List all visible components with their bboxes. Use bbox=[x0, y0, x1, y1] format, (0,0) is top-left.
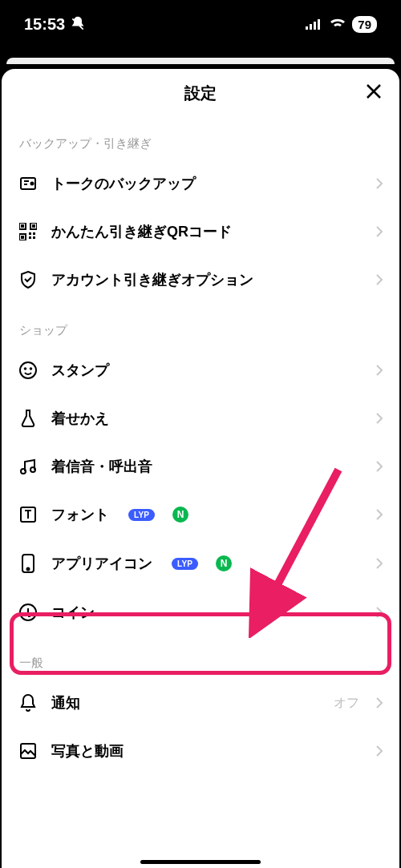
sheet-background bbox=[6, 58, 395, 64]
mute-icon bbox=[70, 16, 86, 32]
new-badge: N bbox=[216, 555, 232, 571]
phone-icon bbox=[18, 553, 38, 574]
svg-rect-3 bbox=[318, 19, 320, 30]
item-font[interactable]: フォント LYP N bbox=[2, 491, 399, 539]
chevron-right-icon bbox=[375, 606, 383, 619]
item-label: かんたん引き継ぎQRコード bbox=[51, 222, 232, 241]
status-bar: 15:53 79 bbox=[0, 0, 401, 48]
item-label: トークのバックアップ bbox=[51, 174, 196, 193]
chevron-right-icon bbox=[375, 177, 383, 190]
chevron-right-icon bbox=[375, 460, 383, 473]
status-left: 15:53 bbox=[24, 15, 86, 34]
item-label: アカウント引き継ぎオプション bbox=[51, 270, 253, 289]
svg-rect-2 bbox=[314, 22, 316, 30]
chevron-right-icon bbox=[375, 273, 383, 286]
svg-rect-12 bbox=[29, 232, 31, 235]
new-badge: N bbox=[172, 507, 188, 523]
item-label: 着信音・呼出音 bbox=[51, 457, 152, 476]
section-header-backup: バックアップ・引き継ぎ bbox=[2, 117, 399, 159]
item-label: 写真と動画 bbox=[51, 741, 124, 761]
item-coins[interactable]: コイン bbox=[2, 588, 399, 636]
item-label: フォント bbox=[51, 505, 109, 524]
shield-icon bbox=[18, 270, 38, 289]
svg-rect-0 bbox=[306, 26, 308, 30]
svg-rect-9 bbox=[21, 224, 24, 228]
chat-backup-icon bbox=[18, 174, 38, 193]
svg-point-19 bbox=[21, 469, 26, 474]
coin-icon bbox=[18, 603, 38, 622]
wifi-icon bbox=[330, 18, 346, 30]
chevron-right-icon bbox=[375, 364, 383, 377]
svg-rect-10 bbox=[32, 224, 35, 228]
svg-point-17 bbox=[25, 368, 26, 369]
item-photos[interactable]: 写真と動画 bbox=[2, 727, 399, 775]
chevron-right-icon bbox=[375, 412, 383, 425]
status-right: 79 bbox=[306, 16, 377, 33]
item-label: アプリアイコン bbox=[51, 554, 152, 573]
font-icon bbox=[18, 505, 38, 524]
item-qr-transfer[interactable]: かんたん引き継ぎQRコード bbox=[2, 208, 399, 256]
section-header-general: 一般 bbox=[2, 636, 399, 679]
battery-level: 79 bbox=[352, 16, 377, 33]
svg-point-5 bbox=[31, 183, 34, 185]
qr-icon bbox=[18, 223, 38, 240]
svg-rect-13 bbox=[33, 232, 35, 235]
status-time: 15:53 bbox=[24, 15, 65, 34]
settings-sheet: 設定 バックアップ・引き継ぎ トークのバックアップ かんたん引き継ぎQRコード … bbox=[2, 69, 399, 868]
notification-status: オフ bbox=[334, 695, 359, 712]
svg-rect-14 bbox=[29, 236, 31, 239]
item-stamps[interactable]: スタンプ bbox=[2, 346, 399, 394]
chevron-right-icon bbox=[375, 508, 383, 521]
svg-rect-15 bbox=[33, 236, 35, 239]
svg-point-23 bbox=[27, 568, 30, 571]
home-indicator[interactable] bbox=[140, 860, 261, 864]
item-ringtones[interactable]: 着信音・呼出音 bbox=[2, 442, 399, 491]
item-label: スタンプ bbox=[51, 361, 109, 380]
svg-rect-11 bbox=[21, 236, 24, 239]
section-header-shop: ショップ bbox=[2, 304, 399, 346]
music-icon bbox=[18, 457, 38, 476]
item-app-icon[interactable]: アプリアイコン LYP N bbox=[2, 539, 399, 588]
image-icon bbox=[18, 741, 38, 761]
sheet-header: 設定 bbox=[2, 69, 399, 117]
close-icon bbox=[364, 82, 383, 101]
flask-icon bbox=[18, 409, 38, 428]
lyp-badge: LYP bbox=[128, 509, 155, 521]
item-label: 通知 bbox=[51, 693, 80, 713]
item-talk-backup[interactable]: トークのバックアップ bbox=[2, 159, 399, 208]
svg-point-16 bbox=[20, 362, 36, 378]
item-label: コイン bbox=[51, 603, 95, 622]
chevron-right-icon bbox=[375, 745, 383, 757]
smile-icon bbox=[18, 361, 38, 380]
item-account-transfer[interactable]: アカウント引き継ぎオプション bbox=[2, 256, 399, 304]
chevron-right-icon bbox=[375, 557, 383, 570]
bell-icon bbox=[18, 693, 38, 713]
item-notifications[interactable]: 通知 オフ bbox=[2, 679, 399, 727]
svg-point-18 bbox=[30, 368, 32, 369]
item-themes[interactable]: 着せかえ bbox=[2, 394, 399, 442]
cellular-icon bbox=[306, 18, 323, 30]
chevron-right-icon bbox=[375, 225, 383, 238]
close-button[interactable] bbox=[364, 82, 383, 104]
item-label: 着せかえ bbox=[51, 409, 109, 428]
svg-rect-1 bbox=[310, 24, 312, 30]
svg-point-20 bbox=[30, 467, 35, 472]
page-title: 設定 bbox=[184, 83, 217, 104]
lyp-badge: LYP bbox=[172, 558, 198, 570]
chevron-right-icon bbox=[375, 696, 383, 709]
